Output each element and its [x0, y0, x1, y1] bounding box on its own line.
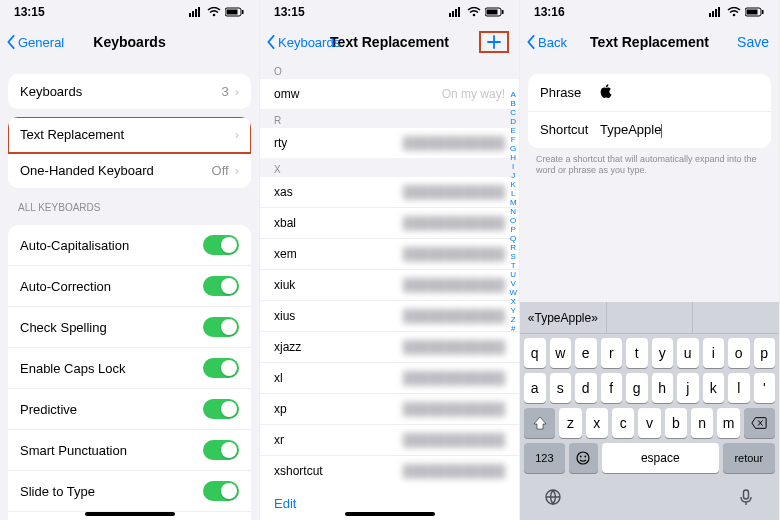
shift-key[interactable]	[524, 408, 555, 438]
list-item[interactable]: xp████████████	[260, 394, 519, 425]
toggle-row[interactable]: Slide to Type	[8, 471, 251, 512]
toggle-row[interactable]: Auto-Correction	[8, 266, 251, 307]
add-button[interactable]	[479, 31, 509, 53]
return-key[interactable]: retour	[723, 443, 775, 473]
key-t[interactable]: t	[626, 338, 648, 368]
toggle-row[interactable]: Predictive	[8, 389, 251, 430]
key-h[interactable]: h	[652, 373, 674, 403]
index-letter[interactable]: M	[509, 198, 517, 207]
row-phrase[interactable]: Phrase	[528, 74, 771, 112]
toggle-switch[interactable]	[203, 399, 239, 419]
toggle-switch[interactable]	[203, 317, 239, 337]
index-letter[interactable]: C	[509, 108, 517, 117]
suggestion-empty[interactable]	[607, 302, 694, 333]
key-s[interactable]: s	[550, 373, 572, 403]
toggle-switch[interactable]	[203, 276, 239, 296]
key-i[interactable]: i	[703, 338, 725, 368]
key-c[interactable]: c	[612, 408, 634, 438]
shortcut-field[interactable]: TypeApple	[600, 122, 759, 138]
index-letter[interactable]: I	[509, 162, 517, 171]
list-item[interactable]: omwOn my way!	[260, 79, 519, 109]
toggle-row[interactable]: Enable Caps Lock	[8, 348, 251, 389]
toggle-row[interactable]: Check Spelling	[8, 307, 251, 348]
key-f[interactable]: f	[601, 373, 623, 403]
key-p[interactable]: p	[754, 338, 776, 368]
index-letter[interactable]: R	[509, 243, 517, 252]
key-x[interactable]: x	[586, 408, 608, 438]
index-strip[interactable]: ABCDEFGHIJKLMNOPQRSTUVWXYZ#	[509, 90, 517, 480]
list-item[interactable]: xshortcut████████████	[260, 456, 519, 486]
index-letter[interactable]: B	[509, 99, 517, 108]
index-letter[interactable]: U	[509, 270, 517, 279]
row-shortcut[interactable]: Shortcut TypeApple	[528, 112, 771, 148]
key-k[interactable]: k	[703, 373, 725, 403]
list-item[interactable]: rty████████████	[260, 128, 519, 158]
index-letter[interactable]: Q	[509, 234, 517, 243]
index-letter[interactable]: V	[509, 279, 517, 288]
list-item[interactable]: xas████████████	[260, 177, 519, 208]
index-letter[interactable]: L	[509, 189, 517, 198]
back-button[interactable]: Keyboards	[266, 35, 340, 50]
home-indicator[interactable]	[345, 512, 435, 516]
replacement-list[interactable]: OomwOn my way!Rrty████████████Xxas██████…	[260, 60, 519, 520]
index-letter[interactable]: Z	[509, 315, 517, 324]
index-letter[interactable]: G	[509, 144, 517, 153]
row-keyboards[interactable]: Keyboards 3›	[8, 74, 251, 109]
key-u[interactable]: u	[677, 338, 699, 368]
space-key[interactable]: espace	[602, 443, 719, 473]
key-j[interactable]: j	[677, 373, 699, 403]
key-z[interactable]: z	[559, 408, 581, 438]
index-letter[interactable]: D	[509, 117, 517, 126]
key-d[interactable]: d	[575, 373, 597, 403]
home-indicator[interactable]	[85, 512, 175, 516]
list-item[interactable]: xius████████████	[260, 301, 519, 332]
phrase-field[interactable]	[600, 84, 759, 101]
index-letter[interactable]: P	[509, 225, 517, 234]
key-y[interactable]: y	[652, 338, 674, 368]
key-g[interactable]: g	[626, 373, 648, 403]
suggestion-empty[interactable]	[693, 302, 779, 333]
index-letter[interactable]: H	[509, 153, 517, 162]
key-v[interactable]: v	[638, 408, 660, 438]
key-q[interactable]: q	[524, 338, 546, 368]
back-button[interactable]: General	[6, 35, 64, 50]
key-'[interactable]: '	[754, 373, 776, 403]
key-o[interactable]: o	[728, 338, 750, 368]
delete-key[interactable]	[744, 408, 775, 438]
toggle-row[interactable]: Auto-Capitalisation	[8, 225, 251, 266]
index-letter[interactable]: F	[509, 135, 517, 144]
index-letter[interactable]: X	[509, 297, 517, 306]
list-item[interactable]: xl████████████	[260, 363, 519, 394]
key-m[interactable]: m	[717, 408, 739, 438]
back-button[interactable]: Back	[526, 35, 567, 50]
toggle-switch[interactable]	[203, 358, 239, 378]
settings-scroll[interactable]: Keyboards 3› Text Replacement › One-Hand…	[0, 60, 259, 520]
index-letter[interactable]: T	[509, 261, 517, 270]
index-letter[interactable]: E	[509, 126, 517, 135]
list-item[interactable]: xbal████████████	[260, 208, 519, 239]
toggle-switch[interactable]	[203, 440, 239, 460]
index-letter[interactable]: W	[509, 288, 517, 297]
list-item[interactable]: xjazz████████████	[260, 332, 519, 363]
suggestion[interactable]: «TypeApple»	[520, 302, 607, 333]
globe-key[interactable]	[544, 488, 562, 510]
key-r[interactable]: r	[601, 338, 623, 368]
index-letter[interactable]: N	[509, 207, 517, 216]
key-a[interactable]: a	[524, 373, 546, 403]
toggle-row[interactable]: Smart Punctuation	[8, 430, 251, 471]
key-w[interactable]: w	[550, 338, 572, 368]
index-letter[interactable]: #	[509, 324, 517, 333]
dictation-key[interactable]	[737, 488, 755, 510]
index-letter[interactable]: O	[509, 216, 517, 225]
index-letter[interactable]: A	[509, 90, 517, 99]
list-item[interactable]: xiuk████████████	[260, 270, 519, 301]
index-letter[interactable]: K	[509, 180, 517, 189]
list-item[interactable]: xem████████████	[260, 239, 519, 270]
emoji-key[interactable]	[569, 443, 598, 473]
key-e[interactable]: e	[575, 338, 597, 368]
index-letter[interactable]: J	[509, 171, 517, 180]
list-item[interactable]: xr████████████	[260, 425, 519, 456]
numeric-key[interactable]: 123	[524, 443, 565, 473]
row-one-handed[interactable]: One-Handed Keyboard Off›	[8, 153, 251, 188]
row-text-replacement[interactable]: Text Replacement ›	[8, 117, 251, 153]
